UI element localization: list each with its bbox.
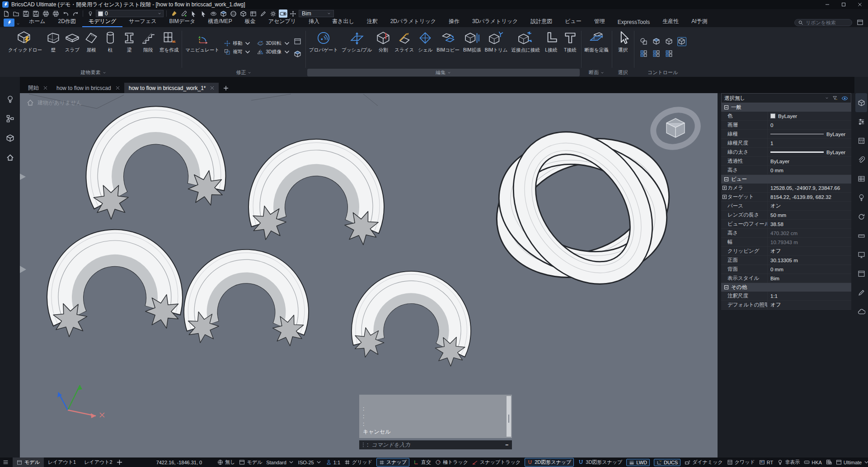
dynamic-input-toggle[interactable]: ダイナミック (685, 459, 723, 466)
prop-row-lineweight[interactable]: 線の太さByLayer (721, 148, 851, 157)
lineweight-display-toggle[interactable]: LWD (626, 459, 650, 466)
prop-row-field-of-view[interactable]: ビューのフィールド38.58 (721, 220, 851, 229)
tab-bim-data[interactable]: BIMデータ (163, 17, 202, 27)
tab-ai-predict[interactable]: AI予測 (685, 17, 713, 27)
l-connect-button[interactable]: L接続 (542, 28, 561, 54)
tab-annotate[interactable]: 注釈 (361, 17, 384, 27)
group-label-edit[interactable]: 編集 (307, 69, 580, 76)
prop-row-lens-length[interactable]: レンズの長さ50 mm (721, 211, 851, 220)
components-cube-icon[interactable] (6, 134, 14, 142)
collapse-icon[interactable] (724, 105, 728, 109)
close-button[interactable] (852, 0, 868, 9)
annotation-scale-toggle[interactable]: 1:1 (326, 459, 340, 465)
stairs-button[interactable]: 階段 (139, 28, 158, 54)
hide-toggle[interactable]: 非表示 (777, 459, 800, 466)
prop-row-front-plane[interactable]: 正面30.13305 m (721, 256, 851, 265)
section-misc[interactable]: その他 (721, 283, 851, 292)
add-layout-button[interactable] (117, 459, 122, 465)
application-button[interactable] (4, 19, 14, 27)
close-icon[interactable] (116, 86, 120, 90)
expand-icon[interactable] (723, 195, 727, 199)
tab-manage[interactable]: 管理 (588, 17, 611, 27)
slab-button[interactable]: スラブ (63, 28, 82, 54)
prop-row-height[interactable]: 高さ470.302 cm (721, 229, 851, 238)
command-history[interactable]: : : : キャンセル (359, 395, 512, 438)
esnap-3d-toggle[interactable]: 3D図形スナップ (578, 459, 622, 466)
bim-trim-button[interactable]: BIMトリム (483, 28, 510, 54)
group-label-section[interactable]: 断面 (583, 69, 610, 76)
panel-tab-attachments-icon[interactable] (855, 150, 867, 169)
tablet-lock-toggle[interactable] (826, 459, 832, 465)
open-file-button[interactable] (12, 9, 20, 18)
tab-2d-parametric[interactable]: 2Dパラメトリック (384, 17, 442, 27)
create-window-button[interactable]: 窓を作成 (158, 28, 180, 54)
panel-tab-monitor-icon[interactable] (855, 245, 867, 264)
manipulate-button[interactable]: マニピュレート (183, 28, 221, 54)
workspace-dropdown[interactable]: Ultimate (836, 459, 868, 465)
slice-button[interactable]: スライス (393, 28, 416, 54)
panel-tab-properties-icon[interactable] (855, 112, 867, 131)
expand-icon[interactable] (723, 186, 727, 190)
tab-export[interactable]: 書き出し (326, 17, 361, 27)
rollover-tips-toggle[interactable]: RT (759, 459, 773, 465)
group-label-building[interactable]: 建物要素 (6, 69, 180, 76)
collapse-icon[interactable] (724, 177, 728, 181)
bim-extend-button[interactable]: BIM拡張 (461, 28, 483, 54)
detail-display-toggle[interactable] (639, 49, 648, 58)
filter-icon[interactable] (832, 95, 838, 101)
select-button[interactable]: 選択 (614, 28, 633, 54)
tab-design-intent[interactable]: 設計意図 (524, 17, 558, 27)
ortho-toggle[interactable]: 直交 (413, 459, 431, 466)
close-icon[interactable] (210, 86, 214, 90)
home-icon[interactable] (6, 153, 14, 162)
hotkey-assistant-toggle[interactable]: HKA (804, 459, 822, 465)
beam-button[interactable]: 梁 (120, 28, 139, 54)
cursor-coordinates[interactable]: 7422.16, -1846.31, 0 (156, 460, 202, 465)
tab-2d-drafting[interactable]: 2D作図 (52, 17, 82, 27)
bim-copy-button[interactable]: BIMコピー (435, 28, 461, 54)
visual-style-dropdown[interactable]: Bim (299, 10, 334, 17)
command-collapse-button[interactable]: − (505, 442, 508, 448)
panel-tab-materials-icon[interactable] (855, 226, 867, 245)
esnap-2d-toggle[interactable]: 2D図形スナップ (525, 458, 574, 467)
highlight-display-toggle[interactable] (652, 49, 661, 58)
ducs-toggle[interactable]: DUCS (654, 459, 680, 466)
prop-row-elevation[interactable]: 高さ0 mm (721, 166, 851, 175)
panel-tab-refresh-icon[interactable] (855, 207, 867, 226)
dim-style-dropdown[interactable]: ISO-25 (298, 459, 322, 465)
visibility-eye-icon[interactable] (841, 95, 848, 102)
panel-tab-cloud-icon[interactable] (855, 302, 867, 321)
roof-button[interactable]: 屋根 (82, 28, 101, 54)
tab-home[interactable]: ホーム (23, 17, 52, 27)
section-general[interactable]: 一般 (721, 103, 851, 112)
doc-tab-start[interactable]: 開始 (23, 83, 52, 93)
tab-view[interactable]: ビュー (558, 17, 588, 27)
tab-modeling[interactable]: モデリング (82, 17, 122, 27)
panel-tab-layers-icon[interactable] (855, 131, 867, 150)
copy-button[interactable]: 複写 (224, 48, 251, 56)
selection-dropdown[interactable]: 選択無し (721, 93, 851, 103)
prop-row-linetype-scale[interactable]: 線種尺度1 (721, 139, 851, 148)
push-pull-button[interactable]: プッシュ/プル (340, 28, 374, 54)
select-solids-toggle[interactable] (677, 37, 686, 46)
mirror-3d-button[interactable]: 3D鏡像 (257, 48, 290, 56)
prop-row-visual-style[interactable]: 表示スタイルBim (721, 274, 851, 283)
connect-nearest-button[interactable]: 近接点に接続 (510, 28, 542, 54)
select-contents-toggle[interactable] (639, 37, 648, 46)
prop-row-camera[interactable]: カメラ12528.05, -24907.9, 23847.66 (721, 184, 851, 193)
statusbar-menu-button[interactable] (3, 459, 9, 465)
tab-structure-mep[interactable]: 構造/MEP (202, 17, 238, 27)
cad-standards-toggle[interactable]: 無し (217, 459, 235, 466)
panel-tab-model-icon[interactable] (855, 93, 867, 112)
minimize-button[interactable] (819, 0, 835, 9)
tips-lightbulb-icon[interactable] (6, 95, 14, 104)
new-file-button[interactable] (2, 9, 10, 18)
structure-tree-icon[interactable] (6, 114, 14, 123)
space-indicator[interactable]: モデル (239, 459, 262, 466)
layer-dropdown[interactable]: 0 (96, 10, 164, 17)
prop-row-default-lighting[interactable]: デフォルトの照明オフ (721, 301, 851, 310)
quickdraw-button[interactable]: クイックドロー (6, 28, 44, 54)
prop-row-linetype[interactable]: 線種ByLayer (721, 130, 851, 139)
prop-row-transparency[interactable]: 透過性ByLayer (721, 157, 851, 166)
prop-row-perspective[interactable]: パースオン (721, 202, 851, 211)
